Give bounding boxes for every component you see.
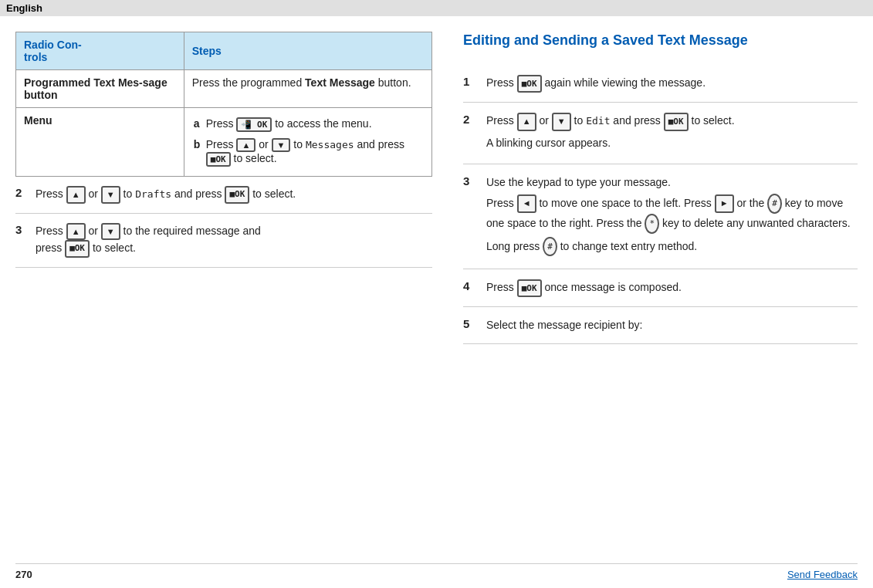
right-step-5-content: Select the message recipient by: bbox=[486, 316, 858, 333]
step-number-2: 2 bbox=[15, 186, 29, 199]
steps-programmed: Press the programmed Text Message button… bbox=[184, 70, 431, 108]
ok-button-icon-s2: ■OK bbox=[225, 186, 249, 204]
content-area: Radio Con-trols Steps Programmed Text Me… bbox=[0, 16, 873, 360]
right-step-3-content: Use the keypad to type your message. Pre… bbox=[486, 174, 858, 259]
table-header-steps: Steps bbox=[184, 32, 431, 70]
table-row: Programmed Text Mes-sage button Press th… bbox=[16, 70, 432, 108]
radio-controls-table: Radio Con-trols Steps Programmed Text Me… bbox=[15, 32, 432, 177]
right-arrow-r3: ► bbox=[715, 194, 734, 213]
left-arrow-r3: ◄ bbox=[517, 194, 536, 213]
language-label: English bbox=[6, 2, 42, 14]
step-2-content: Press ▲ or ▼ to Drafts and press ■OK to … bbox=[36, 186, 432, 204]
left-step-2: 2 Press ▲ or ▼ to Drafts and press ■OK t… bbox=[15, 177, 432, 214]
up-arrow-r2: ▲ bbox=[517, 113, 536, 131]
control-label-menu: Menu bbox=[16, 108, 184, 177]
ok-button-icon: 📲 OK bbox=[236, 117, 272, 132]
down-arrow-icon: ▼ bbox=[272, 138, 291, 152]
right-step-number-3: 3 bbox=[463, 174, 477, 188]
right-step-5: 5 Select the message recipient by: bbox=[463, 307, 858, 343]
right-step-2: 2 Press ▲ or ▼ to Edit and press ■OK to … bbox=[463, 103, 858, 164]
sub-table-row-a: a Press 📲 OK to access the menu. bbox=[192, 114, 424, 135]
sub-table-row-b: b Press ▲ or ▼ to Messages and press ■OK… bbox=[192, 135, 424, 170]
right-step-3-line2: Press ◄ to move one space to the left. P… bbox=[486, 194, 858, 233]
ok-icon-r2: ■OK bbox=[664, 113, 689, 131]
right-column: Editing and Sending a Saved Text Message… bbox=[463, 32, 858, 344]
sub-step-content-b: Press ▲ or ▼ to Messages and press ■OK t… bbox=[205, 135, 424, 170]
right-step-1-content: Press ■OK again while viewing the messag… bbox=[486, 74, 858, 93]
step-number-3: 3 bbox=[15, 223, 29, 236]
send-feedback-link[interactable]: Send Feedback bbox=[787, 569, 858, 580]
hash-key-long: # bbox=[543, 237, 557, 257]
sub-step-content-a: Press 📲 OK to access the menu. bbox=[205, 114, 424, 135]
menu-sub-table: a Press 📲 OK to access the menu. b Press… bbox=[192, 114, 424, 170]
right-step-number-2: 2 bbox=[463, 112, 477, 126]
right-step-number-5: 5 bbox=[463, 316, 477, 330]
left-numbered-steps: 2 Press ▲ or ▼ to Drafts and press ■OK t… bbox=[15, 177, 432, 268]
left-column: Radio Con-trols Steps Programmed Text Me… bbox=[15, 32, 432, 344]
up-arrow-icon-s2: ▲ bbox=[66, 186, 86, 204]
sub-step-label-a: a bbox=[192, 114, 205, 135]
page-number: 270 bbox=[15, 569, 32, 580]
right-step-2-content: Press ▲ or ▼ to Edit and press ■OK to se… bbox=[486, 112, 858, 154]
down-arrow-icon-s3: ▼ bbox=[101, 223, 120, 241]
right-step-3-line1: Use the keypad to type your message. bbox=[486, 174, 858, 191]
sub-step-label-b: b bbox=[192, 135, 205, 170]
up-arrow-icon-s3: ▲ bbox=[66, 223, 86, 241]
star-key-r3: * bbox=[645, 214, 659, 234]
right-step-3-line3: Long press # to change text entry method… bbox=[486, 237, 858, 257]
steps-menu: a Press 📲 OK to access the menu. b Press… bbox=[184, 108, 431, 177]
top-bar: English bbox=[0, 0, 873, 16]
table-header-controls: Radio Con-trols bbox=[16, 32, 184, 70]
left-step-3: 3 Press ▲ or ▼ to the required message a… bbox=[15, 214, 432, 268]
table-row: Menu a Press 📲 OK to access the menu. bbox=[16, 108, 432, 177]
right-step-2-line2: A blinking cursor appears. bbox=[486, 134, 858, 151]
ok-icon-r1: ■OK bbox=[517, 75, 542, 93]
right-step-number-1: 1 bbox=[463, 74, 477, 88]
hash-key-r3: # bbox=[767, 194, 782, 214]
section-title: Editing and Sending a Saved Text Message bbox=[463, 32, 858, 49]
right-step-4-content: Press ■OK once message is composed. bbox=[486, 279, 858, 297]
right-step-4: 4 Press ■OK once message is composed. bbox=[463, 269, 858, 307]
right-step-3: 3 Use the keypad to type your message. P… bbox=[463, 164, 858, 269]
up-arrow-icon: ▲ bbox=[236, 138, 255, 152]
ok-button-icon-2: ■OK bbox=[206, 152, 231, 167]
footer: 270 Send Feedback bbox=[15, 563, 858, 580]
down-arrow-icon-s2: ▼ bbox=[101, 186, 120, 204]
step-3-content: Press ▲ or ▼ to the required message and… bbox=[36, 223, 432, 258]
right-step-1: 1 Press ■OK again while viewing the mess… bbox=[463, 65, 858, 103]
down-arrow-r2: ▼ bbox=[552, 113, 571, 131]
ok-button-icon-s3: ■OK bbox=[65, 240, 90, 258]
right-step-2-line1: Press ▲ or ▼ to Edit and press ■OK to se… bbox=[486, 112, 858, 130]
right-step-number-4: 4 bbox=[463, 279, 477, 292]
control-label-programmed: Programmed Text Mes-sage button bbox=[16, 70, 184, 108]
ok-icon-r4: ■OK bbox=[517, 279, 542, 298]
